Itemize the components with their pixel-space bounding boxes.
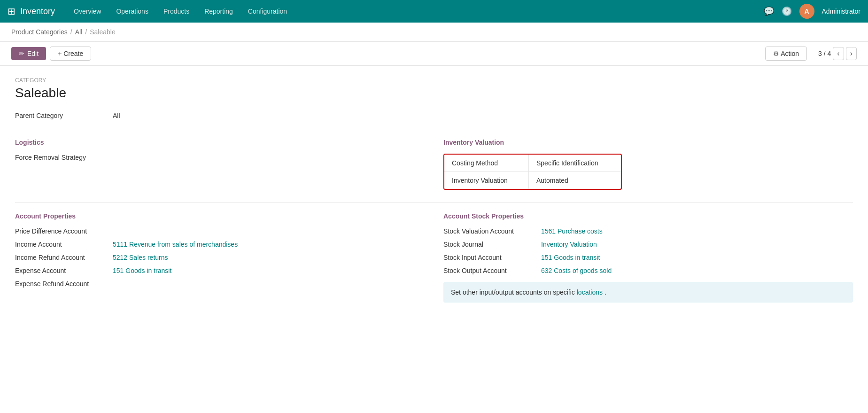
stock-journal-label: Stock Journal [443,241,537,248]
parent-category-label: Parent Category [15,112,109,119]
edit-icon: ✏ [19,50,24,57]
nav-links: Overview Operations Products Reporting C… [66,0,763,23]
info-text-before: Set other input/output accounts on speci… [451,288,575,296]
income-refund-value[interactable]: 5212 Sales returns [109,254,168,261]
edit-label: Edit [27,50,39,57]
expense-account-label: Expense Account [15,267,109,274]
breadcrumb: Product Categories / All / Saleable [0,23,868,42]
breadcrumb-sep-1: / [70,28,72,36]
breadcrumb-product-categories[interactable]: Product Categories [11,28,68,36]
nav-overview[interactable]: Overview [66,0,108,23]
income-refund-row: Income Refund Account 5212 Sales returns [15,254,425,261]
stock-output-row: Stock Output Account 632 Costs of goods … [443,267,853,274]
record-title: Saleable [15,86,853,101]
app-name[interactable]: Inventory [20,7,55,16]
stock-journal-row: Stock Journal Inventory Valuation [443,241,853,248]
edit-button[interactable]: ✏ Edit [11,47,46,60]
breadcrumb-sep-2: / [85,28,87,36]
expense-refund-row: Expense Refund Account [15,280,425,288]
nav-configuration[interactable]: Configuration [240,0,294,23]
income-account-label: Income Account [15,241,109,248]
parent-category-row: Parent Category All [15,112,853,119]
income-account-row: Income Account 5111 Revenue from sales o… [15,241,425,248]
info-link[interactable]: locations [577,288,603,296]
action-button[interactable]: ⚙ Action [765,47,807,61]
next-button[interactable]: › [846,47,857,60]
costing-method-value: Specific Identification [529,155,606,171]
username: Administrator [822,8,860,15]
main-content: Category Saleable Parent Category All Lo… [0,66,868,325]
stock-output-value[interactable]: 632 Costs of goods sold [537,267,612,274]
pager-nav: 3 / 4 ‹ › [818,47,857,60]
stock-output-label: Stock Output Account [443,267,537,274]
income-account-value[interactable]: 5111 Revenue from sales of merchandises [109,241,238,248]
logistics-section: Logistics Force Removal Strategy [15,139,425,191]
stock-valuation-label: Stock Valuation Account [443,227,537,235]
account-properties-heading: Account Properties [15,212,425,220]
costing-method-row: Costing Method Specific Identification [444,155,621,172]
toolbar: ✏ Edit + Create ⚙ Action 3 / 4 ‹ › [0,42,868,66]
section-divider-2 [15,203,853,203]
expense-refund-label: Expense Refund Account [15,280,109,288]
topnav-right: 💬 🕐 A Administrator [764,4,860,19]
parent-category-value: All [109,112,120,119]
clock-icon[interactable]: 🕐 [782,6,792,16]
stock-valuation-value[interactable]: 1561 Purchase costs [537,227,603,235]
chat-icon[interactable]: 💬 [764,6,774,16]
inventory-valuation-heading: Inventory Valuation [443,139,853,146]
record-header: Category Saleable [15,77,853,101]
logistics-heading: Logistics [15,139,425,146]
info-box: Set other input/output accounts on speci… [443,282,853,303]
inventory-valuation-box: Costing Method Specific Identification I… [443,154,622,190]
stock-input-label: Stock Input Account [443,254,537,261]
inv-valuation-label: Inventory Valuation [444,172,529,189]
pager-text: 3 / 4 [818,50,831,57]
income-refund-label: Income Refund Account [15,254,109,261]
two-col-section-1: Logistics Force Removal Strategy Invento… [15,139,853,191]
account-stock-properties-section: Account Stock Properties Stock Valuation… [443,212,853,303]
two-col-section-2: Account Properties Price Difference Acco… [15,212,853,303]
expense-account-value[interactable]: 151 Goods in transit [109,267,171,274]
breadcrumb-all[interactable]: All [75,28,83,36]
nav-products[interactable]: Products [156,0,197,23]
inventory-valuation-section: Inventory Valuation Costing Method Speci… [443,139,853,191]
stock-valuation-row: Stock Valuation Account 1561 Purchase co… [443,227,853,235]
breadcrumb-current: Saleable [90,28,116,36]
account-properties-section: Account Properties Price Difference Acco… [15,212,425,303]
force-removal-row: Force Removal Strategy [15,154,425,161]
create-button[interactable]: + Create [50,47,91,61]
stock-input-row: Stock Input Account 151 Goods in transit [443,254,853,261]
stock-journal-value[interactable]: Inventory Valuation [537,241,597,248]
top-navigation: ⊞ Inventory Overview Operations Products… [0,0,868,23]
inv-valuation-row: Inventory Valuation Automated [444,172,621,189]
nav-reporting[interactable]: Reporting [197,0,240,23]
nav-operations[interactable]: Operations [108,0,155,23]
force-removal-label: Force Removal Strategy [15,154,109,161]
action-label: ⚙ Action [773,50,799,57]
prev-button[interactable]: ‹ [833,47,844,60]
expense-account-row: Expense Account 151 Goods in transit [15,267,425,274]
apps-icon[interactable]: ⊞ [8,6,16,17]
record-label: Category [15,77,853,84]
costing-method-label: Costing Method [444,155,529,171]
info-text-after: . [604,288,606,296]
price-diff-row: Price Difference Account [15,227,425,235]
account-stock-properties-heading: Account Stock Properties [443,212,853,220]
avatar[interactable]: A [799,4,814,19]
price-diff-label: Price Difference Account [15,227,109,235]
stock-input-value[interactable]: 151 Goods in transit [537,254,600,261]
create-label: + Create [58,50,83,57]
section-divider-1 [15,129,853,129]
inv-valuation-value: Automated [529,172,576,189]
